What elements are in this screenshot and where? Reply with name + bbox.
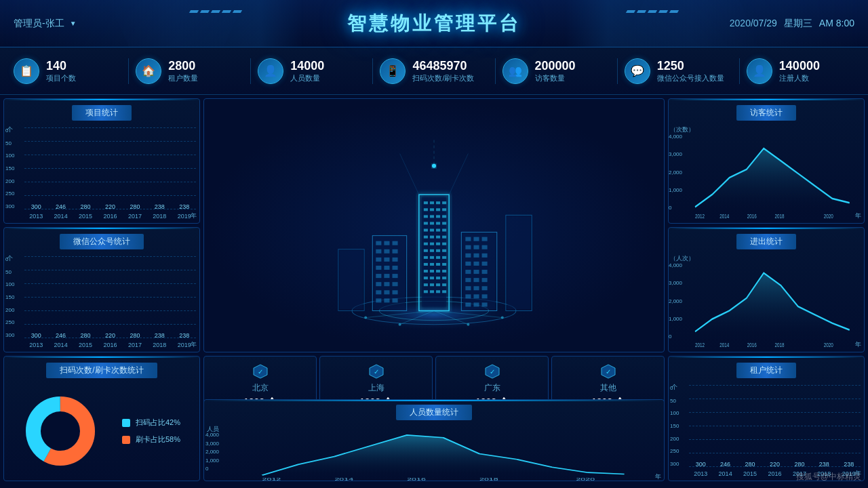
svg-rect-83	[393, 274, 398, 278]
svg-rect-99	[473, 245, 479, 249]
main-content: 项目统计 个 300250200150100500 300 2013 246 2…	[0, 95, 868, 488]
entry-exit-title: 进出统计	[736, 234, 796, 249]
bar-label: 2015	[79, 213, 92, 220]
user-label: 管理员-张工	[14, 18, 64, 30]
svg-rect-89	[393, 290, 398, 294]
stat-icon-6: 👤	[747, 58, 772, 84]
svg-rect-87	[376, 290, 381, 294]
svg-rect-75	[376, 258, 381, 262]
svg-text:2012: 2012	[262, 477, 281, 481]
svg-rect-30	[430, 236, 434, 239]
svg-rect-35	[436, 243, 440, 245]
svg-rect-40	[442, 249, 446, 252]
stat-item-0: 📋 140 项目个数	[7, 58, 129, 84]
bar-group: 300 2013	[689, 461, 712, 477]
stat-label-3: 扫码次数/刷卡次数	[412, 73, 474, 83]
svg-point-130	[364, 317, 367, 319]
stat-item-3: 📱 46485970 扫码次数/刷卡次数	[373, 58, 495, 84]
shield-icon: ✓	[484, 363, 500, 380]
project-x-label: 年	[191, 211, 197, 220]
svg-line-135	[400, 154, 419, 195]
card-label: 刷卡占比58%	[136, 434, 180, 445]
svg-marker-151	[695, 148, 850, 211]
bar-value: 238	[179, 203, 189, 210]
svg-rect-26	[430, 229, 434, 232]
bar-label: 2015	[79, 342, 92, 348]
wechat-bar-chart: 300 2013 246 2014 280 2015 220 2016 280 …	[24, 256, 196, 348]
svg-point-132	[399, 323, 401, 326]
stat-item-4: 👥 200000 访客数量	[496, 58, 618, 84]
svg-line-136	[449, 154, 468, 195]
svg-rect-79	[384, 266, 389, 270]
bar-group: 280 2017	[123, 203, 146, 220]
scan-stats-title: 扫码次数/刷卡次数统计	[46, 363, 157, 378]
stat-item-5: 💬 1250 微信公众号接入数量	[618, 58, 740, 84]
bar-group: 280 2015	[738, 461, 762, 477]
scan-stats-panel: 扫码次数/刷卡次数统计 扫码占比42%	[3, 356, 200, 481]
stat-text-2: 14000 人员数量	[290, 59, 324, 83]
bar-label: 2016	[103, 342, 117, 348]
city-svg	[204, 99, 664, 352]
stat-label-0: 项目个数	[46, 73, 76, 83]
svg-rect-102	[473, 253, 479, 258]
svg-rect-16	[442, 208, 446, 211]
svg-text:2020: 2020	[824, 342, 833, 348]
svg-rect-100	[482, 245, 488, 249]
stat-text-0: 140 项目个数	[46, 59, 76, 83]
svg-rect-92	[393, 298, 398, 302]
project-y-axis: 300250200150100500	[5, 127, 14, 209]
stats-bar: 📋 140 项目个数 🏠 2800 租户数量 👤 14000 人员数量 📱 46…	[0, 47, 868, 95]
svg-rect-24	[442, 222, 446, 224]
bar-group: 246 2014	[49, 203, 72, 220]
svg-rect-61	[424, 290, 428, 293]
svg-rect-109	[482, 270, 488, 274]
svg-rect-63	[436, 290, 440, 293]
tenant-bar-chart: 300 2013 246 2014 280 2015 220 2016 280 …	[689, 385, 861, 477]
svg-rect-120	[473, 302, 479, 306]
visitor-y-axis: 0 1,000 2,000 3,000 4,000	[669, 134, 682, 211]
stat-label-6: 注册人数	[779, 73, 820, 83]
svg-point-133	[467, 323, 469, 326]
svg-rect-103	[482, 253, 488, 258]
donut-legend: 扫码占比42% 刷卡占比58%	[122, 418, 180, 445]
svg-rect-96	[473, 237, 479, 241]
svg-rect-110	[465, 278, 471, 282]
bar-label: 2017	[128, 213, 142, 220]
city-name-北京: 北京	[252, 382, 269, 394]
svg-rect-107	[465, 270, 471, 274]
bar-value: 238	[155, 332, 165, 339]
wechat-x-label: 年	[191, 340, 197, 349]
stat-text-5: 1250 微信公众号接入数量	[657, 59, 724, 83]
svg-rect-116	[465, 294, 471, 298]
bar-label: 2017	[128, 342, 142, 348]
svg-rect-69	[376, 241, 381, 245]
svg-text:✓: ✓	[606, 368, 611, 375]
svg-rect-14	[430, 208, 434, 211]
svg-text:✓: ✓	[258, 368, 263, 375]
user-info[interactable]: 管理员-张工 ▼	[14, 18, 77, 30]
svg-text:✓: ✓	[490, 368, 495, 375]
bar-value: 280	[81, 332, 91, 339]
bar-value: 280	[794, 461, 804, 468]
svg-rect-105	[473, 262, 479, 266]
svg-rect-55	[436, 277, 440, 279]
watermark: 搜狐号@中标精灵	[796, 471, 861, 483]
svg-marker-145	[262, 435, 625, 478]
svg-rect-36	[442, 243, 446, 245]
scan-label: 扫码占比42%	[136, 418, 180, 428]
time-display: AM 8:00	[819, 18, 854, 30]
bar-label: 2019	[178, 213, 191, 220]
bar-group: 246 2014	[713, 461, 736, 477]
svg-rect-85	[384, 282, 389, 286]
svg-rect-17	[424, 215, 428, 218]
bar-value: 300	[696, 461, 706, 468]
bar-label: 2016	[103, 213, 117, 220]
people-x-label: 年	[655, 472, 661, 481]
svg-text:2018: 2018	[775, 342, 785, 348]
svg-rect-62	[430, 290, 434, 293]
legend-scan: 扫码占比42%	[122, 418, 180, 428]
bar-label: 2013	[694, 470, 707, 477]
svg-rect-112	[482, 278, 488, 282]
svg-rect-13	[424, 208, 428, 211]
svg-rect-25	[424, 229, 428, 232]
